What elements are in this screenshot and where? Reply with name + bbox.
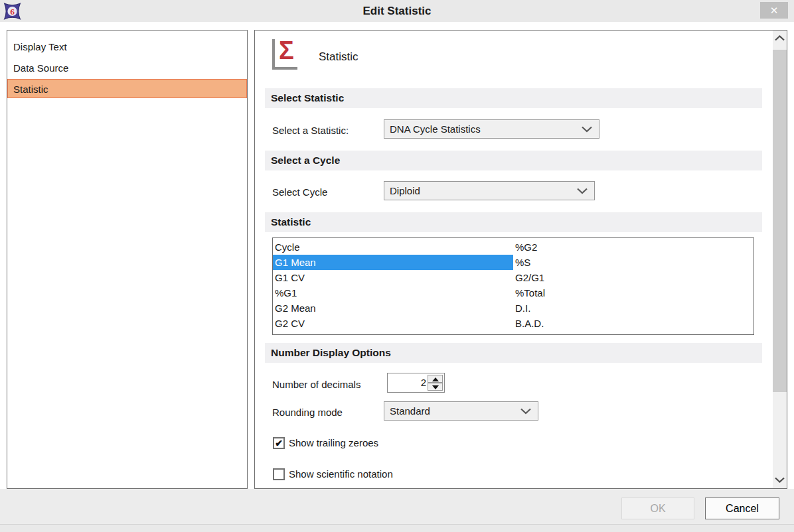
window-title: Edit Statistic bbox=[0, 0, 794, 22]
sidebar-item-data-source[interactable]: Data Source bbox=[7, 58, 247, 77]
stepper-buttons bbox=[428, 375, 443, 391]
sidebar-item-statistic[interactable]: Statistic bbox=[7, 79, 247, 98]
list-row: G2 CV B.A.D. bbox=[273, 316, 754, 331]
stepper-down-icon[interactable] bbox=[428, 383, 443, 391]
list-item[interactable]: %G2 bbox=[513, 239, 754, 255]
list-row: Cycle %G2 bbox=[273, 239, 754, 255]
page-title: Statistic bbox=[319, 50, 358, 64]
rounding-label: Rounding mode bbox=[272, 406, 343, 419]
chevron-down-icon bbox=[520, 408, 531, 415]
trailing-zeroes-label: Show trailing zeroes bbox=[289, 437, 378, 449]
cycle-dropdown[interactable]: Diploid bbox=[384, 181, 595, 200]
close-icon[interactable]: ✕ bbox=[760, 2, 788, 19]
list-row: G1 Mean %S bbox=[273, 255, 754, 270]
list-item[interactable]: %S bbox=[513, 255, 754, 270]
list-item[interactable]: Cycle bbox=[273, 239, 513, 255]
list-item[interactable]: D.I. bbox=[513, 300, 754, 316]
list-item[interactable]: G2 CV bbox=[273, 316, 513, 331]
rounding-mode-dropdown[interactable]: Standard bbox=[384, 401, 538, 421]
ok-button[interactable]: OK bbox=[621, 498, 694, 519]
list-item[interactable]: G2/G1 bbox=[513, 270, 754, 285]
list-item[interactable]: G2 Mean bbox=[273, 300, 513, 316]
scientific-notation-label: Show scientific notation bbox=[289, 468, 393, 480]
decimals-value[interactable]: 2 bbox=[388, 373, 426, 392]
trailing-zeroes-checkbox[interactable]: ✔ bbox=[273, 437, 285, 449]
scientific-notation-checkbox[interactable] bbox=[273, 468, 285, 480]
list-item[interactable]: %G1 bbox=[273, 285, 513, 300]
list-row: G2 Mean D.I. bbox=[273, 300, 754, 316]
scrollbar-thumb[interactable] bbox=[773, 50, 787, 392]
section-heading-select-statistic: Select Statistic bbox=[265, 88, 762, 108]
statistic-settings-panel: Σ Statistic Select Statistic Select a St… bbox=[254, 30, 787, 489]
scroll-down-icon[interactable] bbox=[773, 474, 787, 487]
select-cycle-label: Select Cycle bbox=[272, 186, 327, 199]
list-row: %G1 %Total bbox=[273, 285, 754, 300]
statistic-listbox: Cycle %G2 G1 Mean %S G1 CV G2/G1 %G1 %To… bbox=[272, 237, 754, 335]
cancel-button[interactable]: Cancel bbox=[705, 498, 779, 519]
section-heading-number-display: Number Display Options bbox=[265, 343, 762, 363]
list-item[interactable]: G1 CV bbox=[273, 270, 513, 285]
statistic-type-dropdown[interactable]: DNA Cycle Statistics bbox=[384, 119, 599, 139]
select-statistic-label: Select a Statistic: bbox=[272, 124, 349, 137]
settings-nav-panel: Display Text Data Source Statistic bbox=[7, 30, 248, 489]
list-item[interactable]: B.A.D. bbox=[513, 316, 754, 331]
dialog-footer: OK Cancel bbox=[0, 489, 794, 524]
section-heading-select-cycle: Select a Cycle bbox=[265, 151, 762, 170]
scroll-up-icon[interactable] bbox=[773, 32, 787, 45]
app-logo-icon: 6 bbox=[3, 2, 21, 21]
decimals-stepper[interactable]: 2 bbox=[387, 373, 445, 393]
sidebar-item-display-text[interactable]: Display Text bbox=[7, 36, 247, 56]
list-row: G1 CV G2/G1 bbox=[273, 270, 754, 285]
list-item-selected[interactable]: G1 Mean bbox=[273, 255, 513, 270]
stepper-up-icon[interactable] bbox=[428, 375, 443, 383]
rounding-mode-value: Standard bbox=[390, 405, 430, 417]
chevron-down-icon bbox=[577, 188, 588, 194]
list-item[interactable]: %Total bbox=[513, 285, 754, 300]
svg-text:6: 6 bbox=[10, 7, 15, 17]
chevron-down-icon bbox=[582, 126, 592, 133]
section-heading-statistic: Statistic bbox=[265, 212, 762, 232]
sigma-icon: Σ bbox=[272, 39, 297, 70]
statistic-type-value: DNA Cycle Statistics bbox=[390, 123, 481, 135]
title-bar: Edit Statistic 6 ✕ bbox=[0, 0, 794, 22]
decimals-label: Number of decimals bbox=[272, 378, 360, 391]
cycle-value: Diploid bbox=[390, 185, 420, 196]
vertical-scrollbar[interactable] bbox=[773, 31, 787, 488]
bottom-strip bbox=[0, 524, 794, 532]
